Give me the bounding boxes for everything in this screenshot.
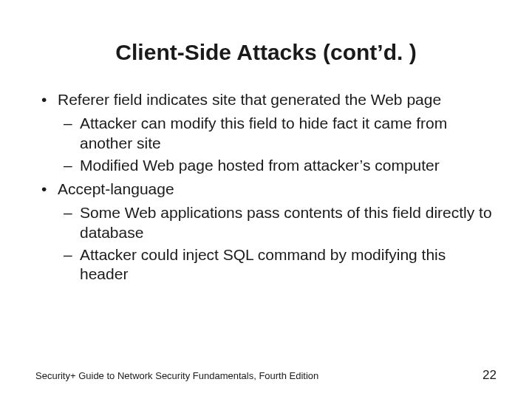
bullet-list-level1: Referer field indicates site that genera… bbox=[35, 90, 497, 284]
footer-source: Security+ Guide to Network Security Fund… bbox=[35, 370, 318, 381]
list-item: Attacker can modify this field to hide f… bbox=[58, 114, 497, 153]
slide-content: Referer field indicates site that genera… bbox=[35, 90, 497, 284]
bullet-text: Some Web applications pass contents of t… bbox=[80, 204, 492, 240]
bullet-list-level2: Some Web applications pass contents of t… bbox=[58, 203, 497, 284]
bullet-list-level2: Attacker can modify this field to hide f… bbox=[58, 114, 497, 175]
bullet-text: Accept-language bbox=[58, 180, 174, 197]
bullet-text: Referer field indicates site that genera… bbox=[58, 91, 441, 108]
slide-title: Client-Side Attacks (cont’d. ) bbox=[35, 40, 497, 65]
slide: Client-Side Attacks (cont’d. ) Referer f… bbox=[0, 0, 532, 399]
bullet-text: Attacker can modify this field to hide f… bbox=[80, 115, 447, 151]
page-number: 22 bbox=[482, 368, 497, 383]
bullet-text: Attacker could inject SQL command by mod… bbox=[80, 246, 446, 282]
list-item: Accept-language Some Web applications pa… bbox=[35, 180, 497, 284]
list-item: Some Web applications pass contents of t… bbox=[58, 203, 497, 242]
list-item: Referer field indicates site that genera… bbox=[35, 90, 497, 175]
list-item: Modified Web page hosted from attacker’s… bbox=[58, 156, 497, 175]
slide-footer: Security+ Guide to Network Security Fund… bbox=[35, 368, 497, 383]
list-item: Attacker could inject SQL command by mod… bbox=[58, 245, 497, 284]
bullet-text: Modified Web page hosted from attacker’s… bbox=[80, 157, 440, 174]
